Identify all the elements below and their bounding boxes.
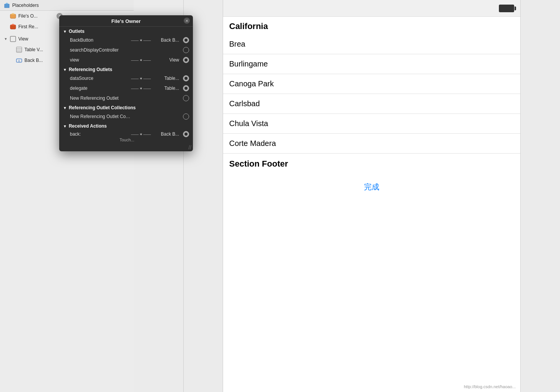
ref-collections-triangle-icon: ▼: [63, 106, 67, 110]
ref-outlet-target-delegate: Table...: [155, 86, 181, 91]
svg-rect-4: [10, 25, 16, 29]
action-circle-back[interactable]: [183, 131, 189, 137]
battery-icon: [499, 5, 514, 12]
ios-section-header: California: [223, 17, 520, 34]
outlet-target-backbutton: Back B...: [155, 37, 181, 43]
ref-outlet-row-datasource[interactable]: dataSource —— ✶ —— Table...: [59, 73, 193, 83]
new-ref-outlet-label: New Referencing Outlet: [70, 96, 131, 101]
outlets-triangle-icon: ▼: [63, 29, 67, 34]
connector-backbutton: —— ✶ ——: [131, 38, 155, 42]
ref-outlet-row-delegate[interactable]: delegate —— ✶ —— Table...: [59, 83, 193, 93]
status-bar: [223, 0, 520, 17]
outlet-circle-searchdisplay[interactable]: [183, 47, 189, 53]
back-button-icon: B: [15, 57, 23, 64]
ref-outlet-circle-delegate[interactable]: [183, 85, 189, 91]
list-item-burlingame[interactable]: Burlingame: [223, 54, 520, 74]
popup-close-button[interactable]: ✕: [184, 18, 190, 24]
outlet-name-view: view: [70, 57, 131, 63]
outlet-target-view: View: [155, 57, 181, 63]
action-target-back: Back B...: [155, 131, 181, 137]
list-item-carlsbad[interactable]: Carlsbad: [223, 94, 520, 114]
outlets-section-header: ▼ Outlets: [59, 27, 193, 35]
outlet-circle-view[interactable]: [183, 57, 189, 63]
main-area: California Brea Burlingame Canoga Park C…: [134, 0, 560, 392]
cube-icon: [3, 2, 11, 9]
first-responder-icon: [9, 23, 17, 31]
action-row-back[interactable]: back: —— ✶ —— Back B... Touch...: [59, 130, 193, 144]
new-ref-collection-label: New Referencing Outlet Colle...: [70, 114, 131, 119]
svg-marker-5: [11, 24, 15, 25]
ios-section-footer: Section Footer: [223, 154, 520, 174]
ref-collections-section-header: ▼ Referencing Outlet Collections: [59, 103, 193, 112]
placeholders-label: Placeholders: [12, 3, 39, 8]
action-name-back: back:: [70, 131, 131, 137]
files-owner-icon: [9, 12, 17, 20]
svg-marker-3: [11, 13, 15, 15]
ref-outlets-triangle-icon: ▼: [63, 68, 67, 72]
ref-outlet-target-datasource: Table...: [155, 76, 181, 81]
files-owner-label: File's O...: [18, 13, 37, 19]
outlet-circle-backbutton[interactable]: [183, 37, 189, 43]
done-button[interactable]: 完成: [223, 174, 520, 200]
list-item-cortemadera[interactable]: Corte Madera: [223, 134, 520, 154]
resize-handle[interactable]: //: [59, 144, 193, 151]
first-responder-label: First Re...: [18, 24, 38, 29]
connector-delegate: —— ✶ ——: [131, 86, 155, 91]
view-label: View: [18, 36, 28, 42]
list-item-canogapark[interactable]: Canoga Park: [223, 74, 520, 94]
svg-text:B: B: [18, 60, 20, 62]
list-item-brea[interactable]: Brea: [223, 34, 520, 54]
connections-popup: File's Owner ✕ ▼ Outlets BackButton —— ✶…: [59, 15, 193, 151]
outlet-name-backbutton: BackButton: [70, 37, 131, 43]
watermark: http://blog.csdn.net/haoao...: [464, 384, 516, 389]
view-icon: [9, 35, 17, 43]
simulator-container: California Brea Burlingame Canoga Park C…: [183, 0, 560, 392]
ref-outlet-name-datasource: dataSource: [70, 76, 131, 81]
action-event-back: Touch...: [120, 138, 134, 142]
ref-outlets-section-header: ▼ Referencing Outlets: [59, 65, 193, 73]
connector-view: —— ✶ ——: [131, 58, 155, 62]
expand-view-icon[interactable]: ▼: [3, 36, 8, 42]
connector-back: —— ✶ ——: [131, 132, 155, 136]
outlet-row-backbutton[interactable]: BackButton —— ✶ —— Back B...: [59, 35, 193, 45]
new-ref-collection-row[interactable]: New Referencing Outlet Colle...: [59, 112, 193, 121]
list-item-chulavista[interactable]: Chula Vista: [223, 114, 520, 134]
svg-rect-0: [5, 4, 9, 8]
ref-outlet-name-delegate: delegate: [70, 86, 131, 91]
new-ref-collection-circle[interactable]: [183, 113, 189, 120]
table-view-icon: [15, 46, 23, 53]
svg-rect-6: [10, 36, 16, 42]
connector-datasource: —— ✶ ——: [131, 76, 155, 81]
new-ref-outlet-row[interactable]: New Referencing Outlet: [59, 93, 193, 103]
outlet-row-view[interactable]: view —— ✶ —— View: [59, 55, 193, 65]
new-ref-outlet-circle[interactable]: [183, 95, 189, 101]
received-actions-label: Received Actions: [69, 123, 107, 129]
popup-title: File's Owner: [59, 15, 193, 27]
ios-list: California Brea Burlingame Canoga Park C…: [223, 17, 520, 200]
ios-screen: California Brea Burlingame Canoga Park C…: [223, 0, 521, 392]
table-view-label: Table V...: [24, 47, 43, 52]
outlet-name-searchdisplay: searchDisplayController: [70, 47, 131, 53]
svg-rect-2: [10, 14, 16, 18]
placeholders-header: Placeholders: [0, 0, 134, 11]
svg-marker-1: [5, 3, 9, 4]
outlet-row-searchdisplay[interactable]: searchDisplayController: [59, 45, 193, 55]
received-actions-section-header: ▼ Received Actions: [59, 121, 193, 130]
ref-outlet-circle-datasource[interactable]: [183, 75, 189, 81]
back-button-label: Back B...: [24, 58, 43, 63]
received-actions-triangle-icon: ▼: [63, 124, 67, 128]
